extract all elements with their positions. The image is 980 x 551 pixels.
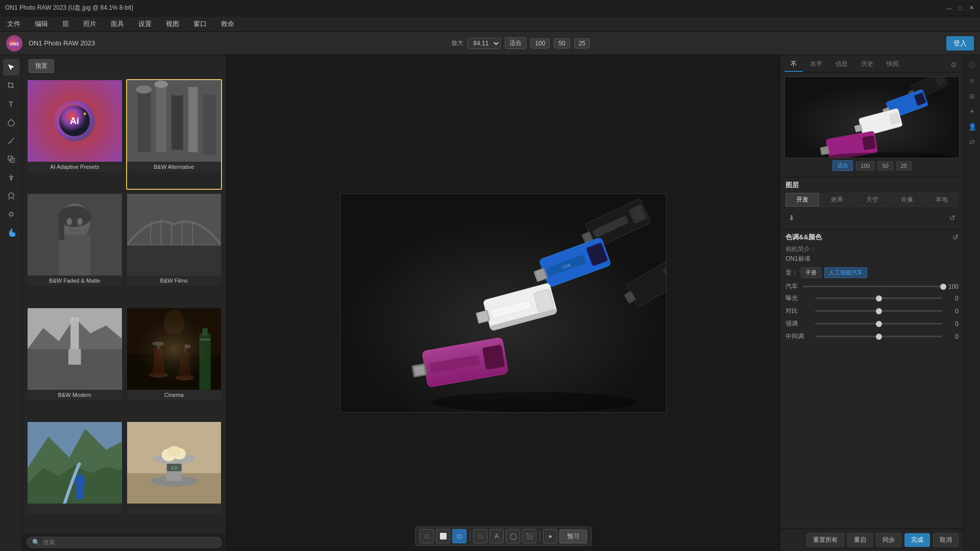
preset-cinema[interactable]: Cinema <box>126 307 223 418</box>
left-toolbar: T <box>0 55 22 551</box>
preset-label-bw-alt: B&W Alternative <box>127 162 222 172</box>
menu-edit[interactable]: 编辑 <box>33 18 50 30</box>
title-bar: ON1 Photo RAW 2023 (U盘.jpg @ 84.1% 8-bit… <box>0 0 980 16</box>
canvas-tool-mask[interactable]: ⬛ <box>522 529 536 543</box>
preset-bw-modern[interactable]: B&W Modern <box>27 307 123 418</box>
menu-mask[interactable]: 面具 <box>109 18 126 30</box>
preset-bw-films[interactable]: B&W Films <box>126 193 223 304</box>
exposure-value: 0 <box>946 295 959 302</box>
search-input[interactable] <box>43 539 216 546</box>
svg-rect-96 <box>414 366 425 375</box>
preset-color2[interactable]: 0.0 <box>126 421 223 532</box>
preset-ai-adaptive[interactable]: Ai ✦ AI Adaptive Presets <box>27 79 123 190</box>
canvas-tool-check[interactable]: □ <box>473 529 487 543</box>
menu-layer[interactable]: 层 <box>60 18 71 30</box>
restart-button[interactable]: 重启 <box>847 533 873 547</box>
wb-auto-btn[interactable]: 人工智能汽车 <box>824 267 867 278</box>
tool-heal[interactable] <box>3 114 19 131</box>
tab-lishi[interactable]: 历史 <box>855 57 879 72</box>
tool-hand[interactable] <box>3 224 19 241</box>
zoom-area: 放大 84.11 100 50 25 适合 100 50 25 <box>451 37 590 49</box>
tool-select[interactable] <box>3 59 19 76</box>
canvas-checkbox[interactable]: ● <box>543 529 557 543</box>
zoom-25-btn[interactable]: 25 <box>896 161 912 170</box>
cancel-button[interactable]: 取消 <box>933 533 959 547</box>
midtones-track[interactable] <box>815 336 942 337</box>
menu-settings[interactable]: 设置 <box>136 18 154 30</box>
zoom-100-btn[interactable]: 100 <box>856 161 874 170</box>
tool-zoom-pan[interactable] <box>3 206 19 222</box>
edge-arrow-icon[interactable]: ⇄ <box>966 136 978 148</box>
highlights-track[interactable] <box>815 323 942 324</box>
layer-tab-local[interactable]: 本地 <box>925 193 959 207</box>
layer-export-icon[interactable]: ⬇ <box>786 212 798 224</box>
edge-effects-icon[interactable]: ✦ <box>966 105 978 117</box>
menu-view[interactable]: 视图 <box>164 18 181 30</box>
preview-button[interactable]: 预习 <box>559 530 587 543</box>
contrast-row: 对比 0 <box>786 307 959 315</box>
menu-photo[interactable]: 照片 <box>81 18 99 30</box>
zoom-fit-btn[interactable]: 适合 <box>832 160 853 171</box>
zoom-100-button[interactable]: 100 <box>530 38 550 48</box>
canvas-area: USB <box>227 55 780 551</box>
edge-sliders-icon[interactable]: ≡ <box>966 74 978 87</box>
layers-section: 图层 开发 效果 天空 肖像 本地 ⬇ ↺ <box>780 177 964 229</box>
tool-text[interactable]: T <box>3 96 19 112</box>
close-button[interactable]: ✕ <box>968 5 975 12</box>
zoom-50-button[interactable]: 50 <box>554 38 570 48</box>
tab-bu[interactable]: 不 <box>785 57 803 72</box>
tool-gradient[interactable] <box>3 169 19 186</box>
layer-reset-icon[interactable]: ↺ <box>946 212 959 224</box>
tool-brush[interactable] <box>3 133 19 149</box>
tool-color[interactable] <box>3 188 19 204</box>
zoom-select[interactable]: 84.11 100 50 25 <box>468 38 501 49</box>
svg-point-16 <box>154 81 168 88</box>
canvas-tool-text2[interactable]: A <box>489 529 504 543</box>
tab-kuaizhao[interactable]: 快照 <box>880 57 905 72</box>
canvas-tool-rounded[interactable]: ⬜ <box>436 529 450 543</box>
menu-help[interactable]: 救命 <box>219 18 236 30</box>
preset-bw-alt[interactable]: B&W Alternative <box>126 79 223 190</box>
layer-tab-develop[interactable]: 开发 <box>786 193 819 207</box>
preset-bw-faded[interactable]: B&W Faded & Matte <box>27 193 123 304</box>
sync-button[interactable]: 同步 <box>876 533 901 547</box>
fit-button[interactable]: 适合 <box>505 37 526 49</box>
exposure-track[interactable] <box>815 297 942 299</box>
presets-button[interactable]: 预置 <box>29 59 54 73</box>
menu-window[interactable]: 窗口 <box>191 18 209 30</box>
reset-all-button[interactable]: 重置所有 <box>806 533 844 547</box>
layer-tab-portrait[interactable]: 肖像 <box>890 193 924 207</box>
login-button[interactable]: 登入 <box>946 36 974 51</box>
svg-text:0.0: 0.0 <box>171 466 177 470</box>
tool-clone[interactable] <box>3 151 19 167</box>
wb-manual-btn[interactable]: 手册 <box>801 267 821 278</box>
layer-tab-effects[interactable]: 效果 <box>820 193 854 207</box>
zoom-25-button[interactable]: 25 <box>574 38 590 48</box>
presets-panel: 预置 <box>22 55 227 551</box>
edge-layers-icon[interactable]: ⊞ <box>966 90 978 102</box>
layer-tab-sky[interactable]: 天空 <box>855 193 889 207</box>
tool-crop[interactable] <box>3 78 19 94</box>
menu-file[interactable]: 文件 <box>5 18 22 30</box>
zoom-50-btn[interactable]: 50 <box>877 161 893 170</box>
svg-point-65 <box>167 446 181 457</box>
done-button[interactable]: 完成 <box>904 533 930 547</box>
edge-person-icon[interactable]: 👤 <box>966 120 978 133</box>
tab-xinxi[interactable]: 信息 <box>829 57 854 72</box>
svg-rect-97 <box>482 344 505 370</box>
edge-info-icon[interactable]: ⓘ <box>966 59 978 71</box>
camera-profile-label: 相机简介： <box>786 245 959 254</box>
preset-color1[interactable] <box>27 421 123 532</box>
minimize-button[interactable]: — <box>945 5 952 12</box>
main-layout: T <box>0 55 980 551</box>
tab-shuiping[interactable]: 水平 <box>804 57 828 72</box>
svg-text:✦: ✦ <box>83 111 87 117</box>
canvas-tool-active[interactable]: □ <box>452 529 467 543</box>
canvas-tool-square[interactable]: □ <box>420 529 434 543</box>
contrast-track[interactable] <box>815 310 942 312</box>
canvas-tool-circle[interactable]: ◯ <box>506 529 520 543</box>
settings-icon-right[interactable]: ⚙ <box>947 59 960 71</box>
bottom-actions: 重置所有 重启 同步 完成 取消 <box>780 529 964 551</box>
color-reset-icon[interactable]: ↺ <box>952 233 959 241</box>
maximize-button[interactable]: □ <box>957 5 964 12</box>
